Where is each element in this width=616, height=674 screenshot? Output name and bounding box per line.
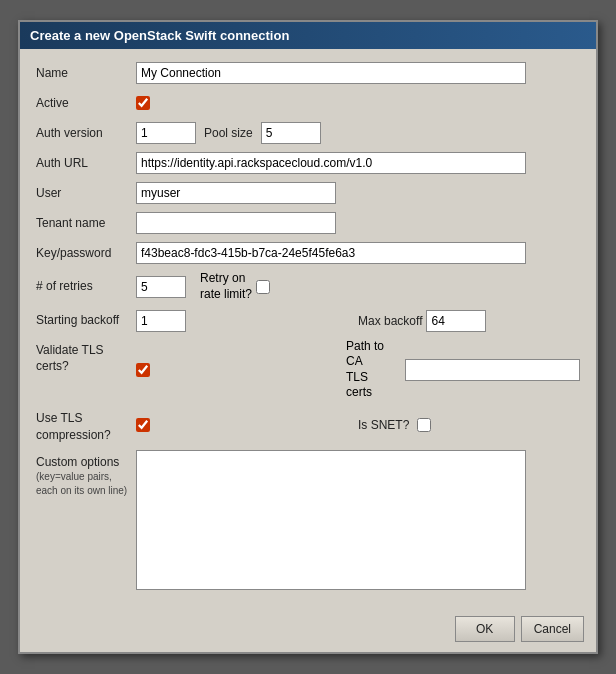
create-swift-dialog: Create a new OpenStack Swift connection … [18,20,598,653]
auth-url-input[interactable] [136,152,526,174]
retry-on-rate-limit-checkbox[interactable] [256,280,270,294]
pool-size-label: Pool size [204,126,253,140]
auth-version-row: Auth version Pool size [36,121,580,145]
user-label: User [36,186,136,202]
name-input[interactable] [136,62,526,84]
validate-tls-checkbox-group [136,363,346,377]
backoff-group: Max backoff [136,310,580,332]
pool-size-input[interactable] [261,122,321,144]
is-snet-label: Is SNET? [358,418,409,432]
name-label: Name [36,66,136,82]
key-password-input[interactable] [136,242,526,264]
active-label: Active [36,96,136,112]
validate-tls-group: Path to CA TLS certs [136,339,580,401]
retries-row: # of retries Retry on rate limit? [36,271,580,302]
tls-certs-label: TLS certs [346,370,397,401]
auth-version-group: Pool size [136,122,580,144]
retry-on-rate-limit-label: Retry on [200,271,252,287]
starting-backoff-group [136,310,358,332]
tls-compression-row: Use TLS compression? Is SNET? [36,407,580,444]
tenant-name-row: Tenant name [36,211,580,235]
max-backoff-input[interactable] [426,310,486,332]
backoff-row: Starting backoff Max backoff [36,309,580,333]
num-retries-label: # of retries [36,279,136,295]
name-row: Name [36,61,580,85]
is-snet-checkbox[interactable] [417,418,431,432]
ok-button[interactable]: OK [455,616,515,642]
auth-url-label: Auth URL [36,156,136,172]
key-password-label: Key/password [36,246,136,262]
custom-options-section: Custom options (key=value pairs, each on… [36,450,580,590]
path-ca-group: Path to CA TLS certs [346,339,580,401]
dialog-footer: OK Cancel [20,610,596,652]
tls-compression-group: Is SNET? [136,418,580,432]
auth-version-label: Auth version [36,126,136,142]
max-backoff-group: Max backoff [358,310,580,332]
path-to-ca-input[interactable] [405,359,580,381]
user-row: User [36,181,580,205]
auth-url-row: Auth URL [36,151,580,175]
dialog-content: Name Active Auth version Pool size Auth … [20,49,596,609]
user-input[interactable] [136,182,336,204]
validate-tls-label: Validate TLS certs? [36,339,136,376]
validate-tls-row: Validate TLS certs? Path to CA TLS certs [36,339,580,401]
dialog-title: Create a new OpenStack Swift connection [20,22,596,49]
starting-backoff-label: Starting backoff [36,309,136,329]
validate-tls-checkbox[interactable] [136,363,150,377]
path-to-ca-label: Path to CA [346,339,397,370]
key-password-row: Key/password [36,241,580,265]
cancel-button[interactable]: Cancel [521,616,584,642]
active-row: Active [36,91,580,115]
starting-backoff-input[interactable] [136,310,186,332]
retry-rate-label: rate limit? [200,287,252,303]
tenant-name-label: Tenant name [36,216,136,232]
active-checkbox[interactable] [136,96,150,110]
custom-options-label-group: Custom options (key=value pairs, each on… [36,450,136,590]
retries-group: Retry on rate limit? [136,271,580,302]
use-tls-compression-label: Use TLS compression? [36,407,136,444]
max-backoff-label: Max backoff [358,314,422,328]
num-retries-input[interactable] [136,276,186,298]
tenant-name-input[interactable] [136,212,336,234]
use-tls-compression-checkbox[interactable] [136,418,150,432]
auth-version-input[interactable] [136,122,196,144]
custom-options-textarea[interactable] [136,450,526,590]
